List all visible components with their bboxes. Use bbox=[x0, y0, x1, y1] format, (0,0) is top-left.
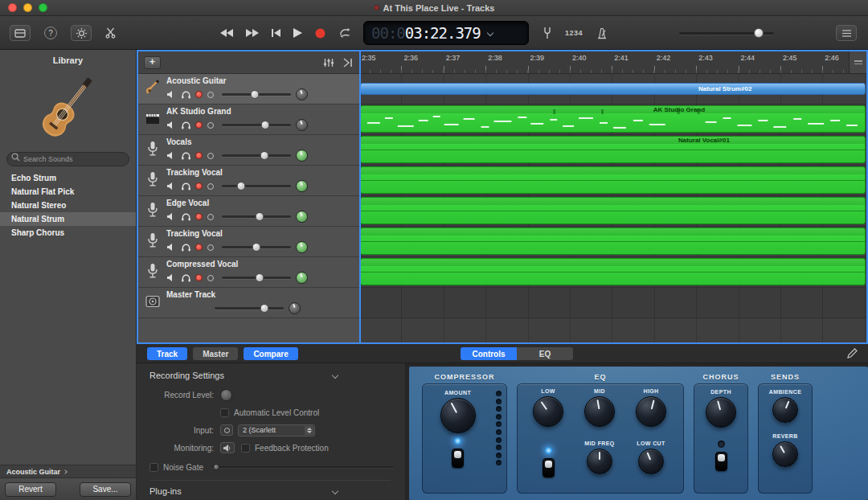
track-controls-button[interactable] bbox=[323, 58, 334, 68]
track-header-tracking-vocal-2[interactable]: Tracking Vocal bbox=[138, 227, 359, 257]
eq-switch[interactable] bbox=[542, 458, 555, 477]
solo-button[interactable] bbox=[181, 213, 190, 221]
tuner-button[interactable] bbox=[543, 27, 551, 39]
pan-knob[interactable] bbox=[296, 150, 308, 162]
mute-button[interactable] bbox=[166, 121, 176, 129]
lane-ak-studio-grand[interactable]: AK Studio Grand bbox=[359, 105, 866, 135]
rewind-button[interactable] bbox=[220, 29, 233, 37]
region-audio[interactable] bbox=[360, 227, 866, 255]
input-monitoring-button[interactable] bbox=[207, 92, 214, 98]
eq-mid-freq-knob[interactable] bbox=[587, 449, 612, 474]
solo-button[interactable] bbox=[181, 274, 190, 282]
master-volume-slider[interactable] bbox=[679, 28, 774, 38]
track-header-master[interactable]: Master Track bbox=[138, 288, 359, 318]
tab-controls[interactable]: Controls bbox=[461, 347, 517, 360]
eq-mid-knob[interactable] bbox=[584, 396, 615, 427]
cycle-button[interactable] bbox=[338, 28, 352, 38]
auto-level-checkbox[interactable] bbox=[220, 408, 229, 417]
region-natural-vocal[interactable]: Natural Vocal#01 bbox=[360, 136, 866, 163]
solo-button[interactable] bbox=[181, 152, 190, 160]
input-monitoring-button[interactable] bbox=[207, 183, 214, 190]
mute-button[interactable] bbox=[166, 274, 176, 282]
input-monitoring-button[interactable] bbox=[207, 122, 214, 129]
playhead[interactable] bbox=[359, 51, 361, 342]
record-button[interactable] bbox=[315, 28, 326, 39]
mute-button[interactable] bbox=[166, 244, 176, 252]
pan-knob[interactable] bbox=[296, 211, 308, 223]
lane-acoustic-guitar[interactable]: Natural Strum#02 bbox=[359, 74, 866, 105]
library-item-natural-flat-pick[interactable]: Natural Flat Pick bbox=[0, 185, 136, 199]
mute-button[interactable] bbox=[166, 213, 176, 221]
quick-help-button[interactable]: ? bbox=[44, 27, 57, 39]
compressor-amount-knob[interactable] bbox=[440, 398, 476, 433]
minimize-window-button[interactable] bbox=[23, 3, 32, 12]
record-enable-button[interactable] bbox=[195, 244, 203, 251]
reverb-send-knob[interactable] bbox=[772, 441, 798, 467]
track-volume-slider[interactable] bbox=[222, 273, 291, 282]
pan-knob[interactable] bbox=[296, 241, 308, 253]
pan-knob[interactable] bbox=[296, 180, 308, 192]
library-item-sharp-chorus[interactable]: Sharp Chorus bbox=[0, 226, 136, 240]
track-volume-slider[interactable] bbox=[222, 212, 291, 221]
mute-button[interactable] bbox=[166, 182, 176, 191]
track-volume-slider[interactable] bbox=[222, 151, 291, 160]
region-ak-studio-grand[interactable]: AK Studio Grand bbox=[360, 105, 866, 133]
compressor-switch[interactable] bbox=[452, 449, 464, 468]
region-audio[interactable] bbox=[360, 166, 866, 194]
noise-gate-slider[interactable] bbox=[211, 463, 394, 471]
current-patch-bar[interactable]: Acoustic Guitar bbox=[0, 465, 136, 477]
tab-track[interactable]: Track bbox=[147, 347, 187, 360]
eq-low-cut-knob[interactable] bbox=[638, 449, 664, 474]
close-window-button[interactable] bbox=[8, 3, 17, 12]
eq-low-knob[interactable] bbox=[533, 396, 563, 427]
mute-button[interactable] bbox=[166, 152, 176, 160]
lane-tracking-vocal-1[interactable] bbox=[359, 166, 866, 196]
tab-compare[interactable]: Compare bbox=[244, 347, 297, 360]
metronome-button[interactable] bbox=[596, 27, 608, 39]
track-header-edge-vocal[interactable]: Edge Vocal bbox=[138, 196, 359, 227]
lcd-mode-chevron-icon[interactable] bbox=[486, 30, 493, 36]
input-monitoring-button[interactable] bbox=[207, 275, 214, 281]
record-level-knob[interactable] bbox=[220, 389, 232, 401]
record-enable-button[interactable] bbox=[195, 91, 203, 98]
track-volume-slider[interactable] bbox=[222, 182, 291, 191]
noise-gate-checkbox[interactable] bbox=[149, 463, 158, 472]
track-volume-slider[interactable] bbox=[222, 243, 291, 252]
editor-button[interactable] bbox=[105, 27, 116, 39]
library-toggle-button[interactable] bbox=[10, 25, 31, 41]
edit-mode-button[interactable] bbox=[846, 347, 858, 359]
chorus-depth-knob[interactable] bbox=[706, 397, 736, 428]
lane-compressed-vocal[interactable] bbox=[359, 257, 866, 288]
track-header-compressed-vocal[interactable]: Compressed Vocal bbox=[138, 257, 359, 288]
region-audio[interactable] bbox=[360, 197, 866, 224]
forward-button[interactable] bbox=[246, 29, 259, 37]
play-button[interactable] bbox=[293, 28, 302, 38]
solo-button[interactable] bbox=[181, 121, 190, 129]
library-item-echo-strum[interactable]: Echo Strum bbox=[0, 171, 136, 185]
count-in-button[interactable]: 1234 bbox=[565, 29, 583, 37]
ruler-options-button[interactable] bbox=[849, 51, 866, 73]
library-item-natural-strum[interactable]: Natural Strum bbox=[0, 212, 136, 226]
feedback-protection-checkbox[interactable] bbox=[241, 444, 250, 453]
tab-eq[interactable]: EQ bbox=[517, 347, 573, 360]
tab-master[interactable]: Master bbox=[193, 347, 238, 360]
time-ruler[interactable]: 2:35 2:36 2:37 2:38 2:39 2:40 2:41 2:42 … bbox=[359, 51, 866, 74]
media-browser-button[interactable] bbox=[836, 25, 857, 41]
library-item-natural-stereo[interactable]: Natural Stereo bbox=[0, 199, 136, 212]
master-pan-knob[interactable] bbox=[289, 302, 301, 314]
collapse-chevron-icon[interactable] bbox=[332, 372, 338, 379]
go-to-beginning-button[interactable] bbox=[272, 29, 280, 37]
lane-edge-vocal[interactable] bbox=[359, 196, 866, 227]
chorus-switch[interactable] bbox=[715, 452, 727, 471]
lane-tracking-vocal-2[interactable] bbox=[359, 227, 866, 257]
track-header-tracking-vocal-1[interactable]: Tracking Vocal bbox=[138, 166, 359, 196]
solo-button[interactable] bbox=[181, 91, 190, 99]
record-enable-button[interactable] bbox=[195, 152, 203, 159]
add-track-button[interactable]: + bbox=[144, 56, 161, 69]
catch-playhead-button[interactable] bbox=[342, 58, 354, 68]
region-audio[interactable] bbox=[360, 258, 866, 285]
ambience-send-knob[interactable] bbox=[772, 397, 798, 423]
input-monitoring-button[interactable] bbox=[207, 244, 214, 251]
solo-button[interactable] bbox=[181, 244, 190, 252]
pan-knob[interactable] bbox=[296, 119, 308, 131]
